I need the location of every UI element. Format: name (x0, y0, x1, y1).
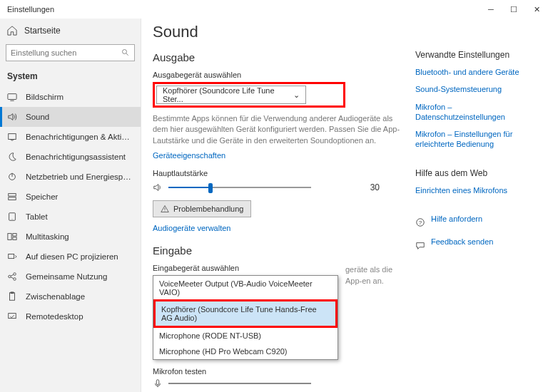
sidebar-item-clipboard[interactable]: Zwischenablage (0, 287, 141, 306)
svg-point-15 (9, 275, 11, 278)
input-desc-fragment: geräte als die App-en an. (345, 264, 395, 287)
sidebar-item-label: Benachrichtigungsassistent (26, 153, 126, 161)
help-icon: ? (415, 217, 425, 227)
input-highlight: Kopfhörer (Soundcore Life Tune Hands-Fre… (153, 299, 338, 328)
titlebar: Einstellungen ─ ☐ ✕ (0, 0, 548, 19)
sidebar-item-notify[interactable]: Benachrichtigungen & Aktionen (0, 127, 141, 147)
manage-output-link[interactable]: Audiogeräte verwalten (153, 224, 230, 232)
related-link[interactable]: Mikrofon – Einstellungen für erleichtert… (415, 129, 541, 150)
svg-rect-8 (9, 197, 16, 200)
input-option[interactable]: Microphone (RODE NT-USB) (153, 328, 338, 344)
related-heading: Verwandte Einstellungen (415, 50, 541, 60)
mic-level-bar (168, 383, 311, 384)
notify-icon (7, 132, 17, 142)
help-link[interactable]: ? Hilfe anfordern (415, 214, 541, 231)
sidebar-item-label: Bildschirm (26, 93, 64, 101)
svg-rect-13 (13, 237, 16, 240)
sidebar-item-label: Remotedesktop (26, 312, 83, 321)
display-icon (7, 92, 17, 102)
mic-test-label: Mikrofon testen (153, 367, 401, 376)
multi-icon (7, 232, 17, 242)
input-device-listbox[interactable]: VoiceMeeter Output (VB-Audio VoiceMeeter… (153, 275, 338, 360)
home-icon (7, 26, 17, 36)
remote-icon (7, 311, 17, 321)
output-device-dropdown[interactable]: Kopfhörer (Soundcore Life Tune Ster... ⌄ (156, 86, 306, 104)
maximize-button[interactable]: ☐ (502, 0, 525, 19)
svg-rect-22 (9, 314, 16, 319)
home-link[interactable]: Startseite (0, 21, 141, 40)
sidebar-item-label: Netzbetrieb und Energiesparmodus (26, 172, 133, 181)
output-heading: Ausgabe (153, 51, 401, 63)
svg-rect-12 (13, 234, 16, 237)
sidebar-item-sound[interactable]: Sound (0, 107, 141, 127)
mic-icon (153, 378, 163, 388)
svg-point-0 (123, 50, 127, 54)
sidebar-item-label: Tablet (26, 212, 48, 221)
clipboard-icon (7, 292, 17, 301)
output-desc: Bestimmte Apps können für die Verwendung… (153, 113, 401, 146)
related-link[interactable]: Mikrofon – Datenschutzeinstellungen (415, 102, 541, 123)
feedback-link[interactable]: Feedback senden (415, 237, 541, 254)
storage-icon (7, 192, 17, 202)
sidebar-item-storage[interactable]: Speicher (0, 187, 141, 207)
sidebar-item-tablet[interactable]: Tablet (0, 207, 141, 227)
svg-rect-11 (8, 234, 11, 240)
sidebar-item-display[interactable]: Bildschirm (0, 87, 141, 107)
search-box[interactable] (6, 44, 135, 61)
volume-slider[interactable] (168, 182, 311, 193)
svg-rect-7 (9, 194, 16, 197)
search-input[interactable] (11, 48, 121, 57)
power-icon (7, 172, 17, 182)
speaker-icon (153, 182, 163, 192)
svg-line-1 (126, 53, 128, 56)
svg-line-18 (11, 274, 14, 276)
minimize-button[interactable]: ─ (480, 0, 502, 19)
volume-label: Hauptlautstärke (153, 169, 401, 177)
output-highlight: Kopfhörer (Soundcore Life Tune Ster... ⌄ (153, 82, 345, 108)
svg-text:?: ? (419, 220, 422, 226)
sidebar-item-remote[interactable]: Remotedesktop (0, 306, 141, 326)
related-pane: Verwandte Einstellungen Bluetooth- und a… (412, 19, 548, 392)
web-help-heading: Hilfe aus dem Web (415, 168, 541, 178)
sidebar-item-label: Sound (26, 113, 49, 121)
sidebar-item-moon[interactable]: Benachrichtigungsassistent (0, 147, 141, 167)
volume-value: 30 (370, 182, 380, 192)
svg-rect-25 (156, 380, 159, 385)
device-properties-link[interactable]: Geräteeigenschaften (153, 151, 225, 160)
moon-icon (7, 152, 17, 162)
related-link[interactable]: Bluetooth- und andere Geräte (415, 67, 541, 77)
home-label: Startseite (24, 26, 61, 36)
tablet-icon (7, 212, 17, 222)
window-title: Einstellungen (7, 5, 54, 14)
close-button[interactable]: ✕ (525, 0, 548, 19)
sidebar-item-power[interactable]: Netzbetrieb und Energiesparmodus (0, 167, 141, 187)
output-choose-label: Ausgabegerät auswählen (153, 71, 401, 79)
input-heading: Eingabe (153, 244, 401, 257)
sidebar-item-project[interactable]: Auf diesen PC projizieren (0, 247, 141, 267)
svg-rect-20 (10, 293, 15, 301)
svg-point-17 (14, 278, 16, 281)
input-option[interactable]: Microphone (HD Pro Webcam C920) (153, 344, 338, 359)
sidebar-item-label: Zwischenablage (26, 292, 85, 301)
sidebar: Startseite System BildschirmSoundBenachr… (0, 19, 141, 392)
sidebar-item-label: Auf diesen PC projizieren (26, 252, 118, 261)
page-title: Sound (153, 23, 401, 41)
input-option[interactable]: Kopfhörer (Soundcore Life Tune Hands-Fre… (156, 301, 335, 326)
sidebar-item-label: Multitasking (26, 232, 69, 241)
project-icon (7, 252, 17, 262)
sidebar-item-share[interactable]: Gemeinsame Nutzung (0, 267, 141, 287)
sound-icon (7, 112, 17, 122)
svg-rect-14 (9, 254, 14, 259)
web-help-link[interactable]: Einrichten eines Mikrofons (415, 185, 541, 195)
output-troubleshoot-button[interactable]: Problembehandlung (153, 200, 251, 217)
sidebar-item-label: Benachrichtigungen & Aktionen (26, 133, 133, 141)
svg-rect-4 (9, 134, 16, 140)
sidebar-item-multi[interactable]: Multitasking (0, 227, 141, 247)
output-device-value: Kopfhörer (Soundcore Life Tune Ster... (163, 86, 293, 103)
svg-line-19 (11, 277, 14, 279)
category-heading: System (0, 68, 141, 87)
warning-icon (161, 205, 169, 213)
svg-rect-2 (8, 94, 16, 100)
related-link[interactable]: Sound-Systemsteuerung (415, 84, 541, 94)
input-option[interactable]: VoiceMeeter Output (VB-Audio VoiceMeeter… (153, 276, 338, 300)
